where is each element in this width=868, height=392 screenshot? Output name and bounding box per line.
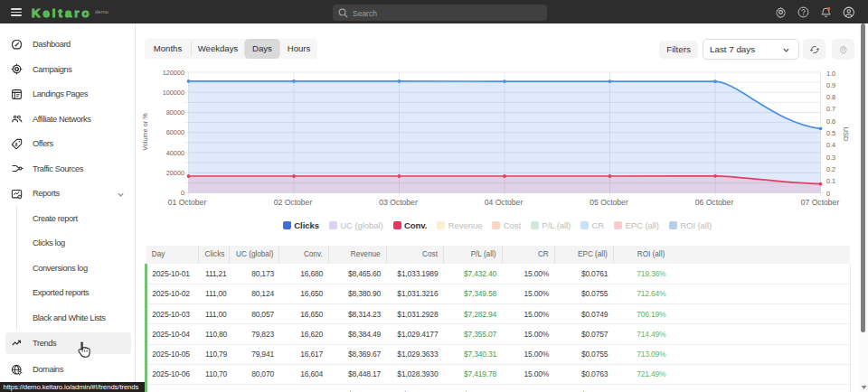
svg-text:0.4: 0.4 [826,141,835,149]
svg-text:100000: 100000 [163,89,184,97]
svg-text:0.6: 0.6 [826,117,835,126]
svg-text:USD: USD [842,127,850,141]
svg-text:0: 0 [826,190,830,198]
svg-text:120000: 120000 [163,69,184,77]
svg-text:05 October: 05 October [590,198,628,207]
svg-text:01 October: 01 October [168,198,207,207]
svg-text:Volume or %: Volume or % [141,113,149,151]
svg-text:02 October: 02 October [274,198,313,207]
svg-text:04 October: 04 October [485,198,524,207]
svg-text:0.7: 0.7 [826,105,835,113]
svg-text:1.0: 1.0 [826,70,835,78]
svg-text:0.2: 0.2 [826,165,835,173]
svg-text:0.3: 0.3 [826,154,835,162]
svg-text:20000: 20000 [166,169,184,177]
svg-text:0: 0 [181,189,184,197]
svg-text:0.9: 0.9 [826,81,835,89]
svg-text:60000: 60000 [166,128,184,136]
svg-text:40000: 40000 [166,149,184,157]
svg-text:0.1: 0.1 [826,177,835,185]
svg-text:03 October: 03 October [379,198,418,207]
svg-text:06 October: 06 October [695,198,734,207]
svg-text:0.8: 0.8 [826,93,835,101]
svg-text:07 October: 07 October [801,198,840,207]
svg-text:80000: 80000 [166,108,184,117]
svg-text:0.5: 0.5 [826,129,835,137]
